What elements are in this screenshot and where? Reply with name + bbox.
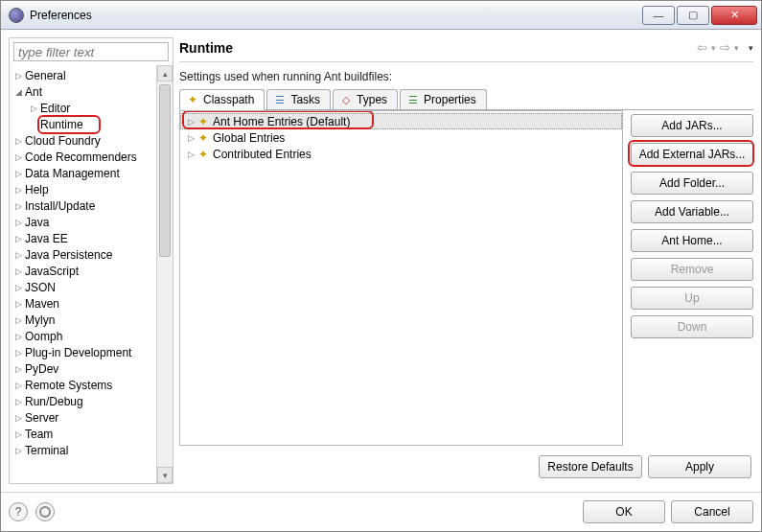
classpath-buttons: Add JARs...Add External JARs...Add Folde… [631, 110, 753, 446]
expand-icon[interactable]: ▷ [13, 250, 23, 260]
tree-scrollbar[interactable]: ▴ ▾ [156, 65, 173, 483]
ant-home-button[interactable]: Ant Home... [631, 229, 753, 252]
expand-icon[interactable]: ▷ [13, 364, 23, 374]
tree-item-help[interactable]: ▷Help [10, 181, 156, 197]
tab-types[interactable]: ◇Types [333, 89, 398, 109]
classpath-entries[interactable]: ▷✦Ant Home Entries (Default)▷✦Global Ent… [179, 110, 623, 446]
tab-label: Tasks [290, 93, 320, 106]
tree-item-label: Install/Update [25, 199, 95, 213]
tab-tasks[interactable]: ☰Tasks [266, 89, 331, 109]
expand-icon[interactable]: ▷ [13, 201, 23, 211]
add-variable-button[interactable]: Add Variable... [631, 200, 753, 223]
tab-bar: ✦Classpath☰Tasks◇Types☰Properties [179, 87, 753, 110]
tree-item-run-debug[interactable]: ▷Run/Debug [10, 393, 156, 409]
tree-item-javascript[interactable]: ▷JavaScript [10, 263, 156, 279]
expand-icon[interactable]: ▷ [13, 429, 23, 439]
restore-defaults-button[interactable]: Restore Defaults [539, 455, 642, 478]
classpath-icon: ✦ [196, 131, 211, 145]
tree-item-ant[interactable]: ◢Ant [10, 83, 156, 100]
tree-item-oomph[interactable]: ▷Oomph [10, 328, 156, 344]
expand-icon[interactable]: ▷ [13, 152, 23, 162]
back-icon[interactable]: ⇦ [697, 40, 707, 55]
expand-icon[interactable]: ▷ [186, 133, 196, 143]
close-button[interactable]: ✕ [711, 6, 757, 25]
tree-item-label: Remote Systems [25, 379, 112, 392]
tree-item-install-update[interactable]: ▷Install/Update [10, 197, 156, 214]
entry-label: Global Entries [213, 131, 285, 145]
filter-input[interactable] [13, 42, 169, 61]
apply-button[interactable]: Apply [648, 455, 751, 478]
tab-label: Properties [424, 93, 476, 106]
tree-item-json[interactable]: ▷JSON [10, 279, 156, 295]
page-menu-icon[interactable]: ▾ [749, 43, 753, 53]
expand-icon[interactable]: ▷ [13, 315, 23, 325]
tree-item-label: JSON [25, 281, 56, 294]
tree-item-label: Code Recommenders [25, 150, 137, 164]
tree-item-runtime[interactable]: Runtime [10, 116, 156, 132]
title-bar: Preferences — ▢ ✕ [1, 1, 761, 30]
classpath-entry[interactable]: ▷✦Ant Home Entries (Default) [180, 113, 622, 129]
tasks-icon: ☰ [273, 93, 287, 106]
tree-item-label: Java Persistence [25, 248, 112, 262]
expand-icon[interactable]: ▷ [186, 150, 196, 159]
expand-icon[interactable]: ▷ [29, 104, 38, 113]
tree-item-code-recommenders[interactable]: ▷Code Recommenders [10, 149, 156, 165]
tree-item-editor[interactable]: ▷Editor [10, 100, 156, 116]
expand-icon[interactable]: ▷ [13, 169, 23, 178]
down-button: Down [631, 315, 753, 338]
minimize-button[interactable]: — [642, 6, 675, 25]
expand-icon[interactable]: ▷ [13, 413, 23, 423]
expand-icon[interactable]: ▷ [13, 136, 23, 146]
tree-item-server[interactable]: ▷Server [10, 409, 156, 426]
expand-icon[interactable]: ◢ [13, 87, 23, 97]
tree-item-java-ee[interactable]: ▷Java EE [10, 230, 156, 246]
tree-item-label: Team [25, 428, 53, 441]
expand-icon[interactable]: ▷ [13, 283, 23, 292]
tree-item-data-management[interactable]: ▷Data Management [10, 165, 156, 181]
add-jars-button[interactable]: Add JARs... [631, 114, 753, 137]
maximize-button[interactable]: ▢ [677, 6, 709, 25]
scroll-thumb[interactable] [159, 84, 171, 257]
add-folder-button[interactable]: Add Folder... [631, 172, 753, 195]
entry-label: Ant Home Entries (Default) [213, 115, 350, 128]
expand-icon[interactable]: ▷ [13, 218, 23, 227]
classpath-entry[interactable]: ▷✦Contributed Entries [180, 146, 622, 162]
tree-item-cloud-foundry[interactable]: ▷Cloud Foundry [10, 132, 156, 149]
tree-item-team[interactable]: ▷Team [10, 426, 156, 442]
expand-icon[interactable]: ▷ [13, 381, 23, 390]
expand-icon[interactable]: ▷ [13, 299, 23, 309]
scroll-up-arrow[interactable]: ▴ [157, 65, 173, 81]
tree-item-plug-in-development[interactable]: ▷Plug-in Development [10, 344, 156, 360]
classpath-entry[interactable]: ▷✦Global Entries [180, 129, 622, 146]
cancel-button[interactable]: Cancel [671, 500, 753, 523]
ok-button[interactable]: OK [583, 500, 665, 523]
tab-classpath[interactable]: ✦Classpath [179, 89, 265, 110]
expand-icon[interactable]: ▷ [13, 71, 23, 81]
expand-icon[interactable]: ▷ [13, 348, 23, 358]
expand-icon[interactable]: ▷ [13, 234, 23, 243]
expand-icon[interactable]: ▷ [186, 117, 196, 127]
expand-icon[interactable]: ▷ [13, 397, 23, 406]
tree-item-mylyn[interactable]: ▷Mylyn [10, 312, 156, 328]
progress-icon[interactable] [35, 502, 55, 521]
forward-icon[interactable]: ⇨ [720, 40, 730, 55]
tree-item-java[interactable]: ▷Java [10, 214, 156, 230]
expand-icon[interactable]: ▷ [13, 185, 23, 195]
page-title: Runtime [179, 40, 697, 56]
expand-icon[interactable]: ▷ [13, 332, 23, 341]
tree-item-terminal[interactable]: ▷Terminal [10, 442, 156, 458]
tree-item-general[interactable]: ▷General [10, 67, 156, 83]
help-icon[interactable]: ? [9, 502, 28, 521]
tree-item-pydev[interactable]: ▷PyDev [10, 360, 156, 377]
page-description: Settings used when running Ant buildfile… [179, 70, 753, 83]
tab-properties[interactable]: ☰Properties [400, 89, 487, 109]
expand-icon[interactable]: ▷ [13, 266, 23, 276]
expand-icon[interactable]: ▷ [13, 446, 23, 455]
add-external-jars-button[interactable]: Add External JARs... [631, 143, 753, 166]
preference-tree[interactable]: ▷General◢Ant▷EditorRuntime▷Cloud Foundry… [10, 65, 156, 483]
scroll-down-arrow[interactable]: ▾ [157, 467, 173, 483]
tree-item-label: Server [25, 411, 58, 425]
tree-item-maven[interactable]: ▷Maven [10, 295, 156, 312]
tree-item-java-persistence[interactable]: ▷Java Persistence [10, 246, 156, 263]
tree-item-remote-systems[interactable]: ▷Remote Systems [10, 377, 156, 393]
